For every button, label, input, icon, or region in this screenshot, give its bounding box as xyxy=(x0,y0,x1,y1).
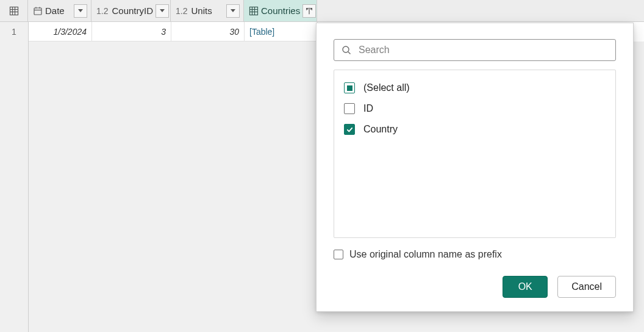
checkbox-unchecked[interactable] xyxy=(334,250,343,259)
svg-line-16 xyxy=(348,52,351,54)
search-input[interactable] xyxy=(357,44,608,56)
ok-button[interactable]: OK xyxy=(503,276,548,298)
option-select-all[interactable]: (Select all) xyxy=(344,78,606,98)
calendar-icon xyxy=(33,6,43,16)
column-label: Countries xyxy=(261,5,300,16)
row-number[interactable]: 1 xyxy=(0,22,28,42)
checkbox-unchecked[interactable] xyxy=(344,103,355,114)
prefix-option[interactable]: Use original column name as prefix xyxy=(334,249,616,260)
column-filter-button[interactable] xyxy=(156,4,169,18)
svg-rect-9 xyxy=(250,7,258,15)
number-type-icon: 1.2 xyxy=(176,6,187,16)
prefix-label: Use original column name as prefix xyxy=(349,249,502,260)
caret-down-icon xyxy=(160,9,165,12)
checkbox-checked[interactable] xyxy=(344,124,355,135)
column-header-countryid[interactable]: 1.2 CountryID xyxy=(91,0,171,21)
search-icon xyxy=(342,45,351,55)
column-label: Date xyxy=(45,5,65,16)
grid-header: Date 1.2 CountryID 1.2 Units Countries xyxy=(0,0,644,22)
svg-point-15 xyxy=(343,46,349,52)
column-header-countries[interactable]: Countries xyxy=(244,0,317,21)
expand-columns-popup: (Select all) ID Country Use original col… xyxy=(316,23,634,312)
column-header-units[interactable]: 1.2 Units xyxy=(171,0,244,21)
option-country[interactable]: Country xyxy=(344,119,606,140)
cell-units[interactable]: 30 xyxy=(171,22,245,42)
expand-column-button[interactable] xyxy=(302,4,316,18)
option-label: Country xyxy=(363,124,398,135)
checkbox-indeterminate[interactable] xyxy=(344,82,355,93)
cancel-button[interactable]: Cancel xyxy=(557,276,616,298)
button-row: OK Cancel xyxy=(334,276,616,298)
cell-countryid[interactable]: 3 xyxy=(92,22,171,42)
column-label: Units xyxy=(191,5,212,16)
table-link[interactable]: [Table] xyxy=(249,27,274,37)
rownum-header[interactable] xyxy=(0,0,28,21)
expand-icon xyxy=(305,7,313,15)
option-label: (Select all) xyxy=(363,82,410,93)
number-type-icon: 1.2 xyxy=(96,6,108,16)
option-label: ID xyxy=(363,103,373,114)
column-label: CountryID xyxy=(112,5,153,16)
svg-rect-5 xyxy=(34,8,41,15)
option-id[interactable]: ID xyxy=(344,98,606,119)
table-icon xyxy=(9,6,19,16)
cell-date[interactable]: 1/3/2024 xyxy=(29,22,92,42)
search-box[interactable] xyxy=(334,39,616,61)
caret-down-icon xyxy=(231,9,235,12)
rownum-gutter: 1 xyxy=(0,22,29,332)
table-icon xyxy=(249,6,259,16)
cell-countries[interactable]: [Table] xyxy=(245,22,318,42)
column-filter-button[interactable] xyxy=(74,4,87,18)
column-header-date[interactable]: Date xyxy=(28,0,91,21)
column-filter-button[interactable] xyxy=(226,4,240,18)
column-options: (Select all) ID Country xyxy=(334,70,616,238)
svg-rect-0 xyxy=(10,7,18,15)
caret-down-icon xyxy=(78,9,83,12)
